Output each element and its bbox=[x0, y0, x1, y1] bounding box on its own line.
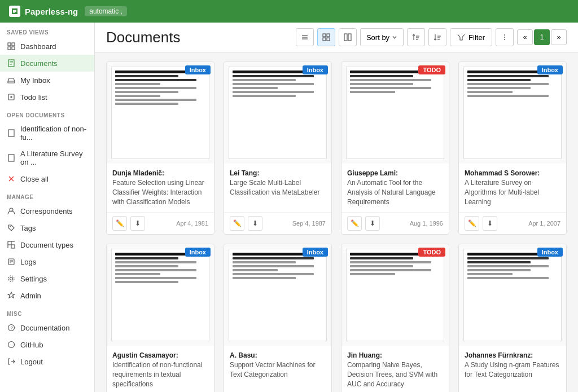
doc-footer: ✏️ ⬇ Apr 4, 1981 bbox=[107, 212, 214, 234]
doc-info: Agustin Casamayor: Identification of non… bbox=[107, 346, 214, 392]
svg-point-26 bbox=[10, 278, 13, 280]
app-name: Paperless-ng bbox=[25, 7, 78, 16]
inbox-icon bbox=[7, 76, 16, 85]
svg-rect-19 bbox=[11, 245, 15, 248]
sidebar-item-literature[interactable]: A Literature Survey on ... bbox=[0, 146, 94, 170]
svg-rect-40 bbox=[348, 34, 351, 41]
doc-actions: ✏️ ⬇ bbox=[347, 216, 380, 231]
sidebar-item-tags[interactable]: Tags bbox=[0, 219, 94, 236]
document-types-icon bbox=[7, 240, 16, 249]
admin-label: Admin bbox=[20, 292, 41, 300]
doc-title: Large Scale Multi-Label Classification v… bbox=[230, 178, 326, 197]
doc-download-button[interactable]: ⬇ bbox=[248, 216, 262, 231]
sort-asc-button[interactable] bbox=[407, 28, 425, 46]
sidebar-item-admin[interactable]: Admin bbox=[0, 287, 94, 304]
logs-label: Logs bbox=[20, 258, 36, 266]
doc-date: Sep 4, 1987 bbox=[292, 220, 326, 227]
sidebar-item-close-all[interactable]: Close all bbox=[0, 170, 94, 187]
doc-info: Dunja Mladenič: Feature Selection using … bbox=[107, 164, 214, 212]
current-page-button[interactable]: 1 bbox=[534, 29, 550, 45]
grid-view-button[interactable] bbox=[317, 28, 335, 46]
close-all-label: Close all bbox=[20, 175, 49, 183]
filter-button[interactable]: Filter bbox=[450, 28, 492, 46]
open-documents-label: OPEN DOCUMENTS bbox=[0, 105, 94, 121]
svg-point-27 bbox=[8, 276, 14, 281]
doc-author: A. Basu: bbox=[230, 351, 326, 359]
detail-view-button[interactable] bbox=[339, 28, 357, 46]
document-card[interactable]: Inbox Dunja Mladenič: Feature Selection … bbox=[106, 61, 214, 235]
settings-label: Settings bbox=[20, 275, 47, 283]
page-title: Documents bbox=[106, 29, 181, 46]
doc-badge: Inbox bbox=[537, 248, 563, 257]
doc-edit-button[interactable]: ✏️ bbox=[465, 216, 479, 231]
sidebar-item-todo[interactable]: Todo list bbox=[0, 89, 94, 105]
sidebar-item-github[interactable]: GitHub bbox=[0, 336, 94, 353]
prev-page-button[interactable]: « bbox=[517, 29, 533, 45]
sidebar-item-logout[interactable]: Logout bbox=[0, 353, 94, 370]
doc-edit-button[interactable]: ✏️ bbox=[112, 216, 127, 231]
sidebar-item-dashboard[interactable]: Dashboard bbox=[0, 38, 94, 55]
sidebar-item-identification[interactable]: Identification of non-fu... bbox=[0, 121, 94, 146]
svg-point-30 bbox=[8, 342, 15, 348]
list-view-button[interactable] bbox=[296, 28, 314, 46]
doc-edit-button[interactable]: ✏️ bbox=[230, 216, 244, 231]
doc-info: Mohammad S Sorower: A Literature Survey … bbox=[459, 164, 566, 212]
sidebar-item-correspondents[interactable]: Correspondents bbox=[0, 202, 94, 219]
doc-author: Giuseppe Lami: bbox=[347, 169, 443, 177]
doc-badge: Inbox bbox=[303, 248, 328, 257]
svg-rect-13 bbox=[8, 155, 14, 161]
doc-title: A Literature Survey on Algorithms for Mu… bbox=[465, 178, 561, 206]
inbox-label: My Inbox bbox=[20, 76, 50, 85]
document-card[interactable]: Inbox Johannes Fürnkranz: A Study Using … bbox=[458, 244, 567, 392]
sidebar-item-logs[interactable]: Logs bbox=[0, 253, 94, 270]
doc-preview: Inbox bbox=[107, 62, 214, 164]
svg-rect-37 bbox=[323, 38, 326, 41]
todo-icon bbox=[7, 93, 16, 102]
sort-button[interactable]: Sort by bbox=[360, 28, 404, 46]
doc-download-button[interactable]: ⬇ bbox=[483, 216, 497, 231]
document-card[interactable]: TODO Giuseppe Lami: An Automatic Tool fo… bbox=[341, 61, 449, 235]
logs-icon bbox=[7, 257, 16, 266]
sidebar-item-documentation[interactable]: ? Documentation bbox=[0, 319, 94, 336]
doc-download-button[interactable]: ⬇ bbox=[365, 216, 380, 231]
document-card[interactable]: TODO Jin Huang: Comparing Naive Bayes, D… bbox=[341, 244, 449, 392]
doc-preview: TODO bbox=[341, 62, 449, 164]
doc-download-button[interactable]: ⬇ bbox=[130, 216, 145, 231]
misc-label: MISC bbox=[0, 304, 94, 319]
doc-author: Agustin Casamayor: bbox=[112, 351, 208, 359]
doc-badge: Inbox bbox=[303, 65, 328, 74]
sidebar-item-documents[interactable]: Documents bbox=[0, 55, 94, 72]
sidebar-item-document-types[interactable]: Document types bbox=[0, 236, 94, 253]
open-doc-icon-1 bbox=[7, 129, 16, 138]
doc-edit-button[interactable]: ✏️ bbox=[347, 216, 362, 231]
sort-desc-button[interactable] bbox=[428, 28, 446, 46]
doc-badge: Inbox bbox=[185, 248, 211, 257]
main-content: Documents Sort by bbox=[95, 23, 578, 392]
identification-label: Identification of non-fu... bbox=[20, 125, 87, 142]
logo-icon bbox=[9, 6, 20, 17]
correspondents-icon bbox=[7, 206, 16, 215]
doc-author: Jin Huang: bbox=[347, 351, 443, 359]
open-doc-icon-2 bbox=[7, 153, 16, 162]
next-page-button[interactable]: » bbox=[551, 29, 567, 45]
sidebar-item-settings[interactable]: Settings bbox=[0, 270, 94, 287]
document-card[interactable]: Inbox Agustin Casamayor: Identification … bbox=[106, 244, 214, 392]
document-card[interactable]: Inbox Lei Tang: Large Scale Multi-Label … bbox=[224, 61, 332, 235]
document-card[interactable]: Inbox A. Basu: Support Vector Machines f… bbox=[224, 244, 332, 392]
document-card[interactable]: Inbox Mohammad S Sorower: A Literature S… bbox=[458, 61, 567, 235]
doc-date: Apr 1, 2007 bbox=[528, 220, 561, 227]
sidebar-item-inbox[interactable]: My Inbox bbox=[0, 72, 94, 89]
doc-author: Johannes Fürnkranz: bbox=[465, 351, 561, 359]
github-icon bbox=[7, 340, 16, 349]
doc-author: Lei Tang: bbox=[230, 169, 326, 177]
doc-title: Comparing Naive Bayes, Decision Trees, a… bbox=[347, 360, 443, 389]
tags-label: Tags bbox=[20, 224, 36, 232]
doc-badge: Inbox bbox=[537, 65, 563, 74]
filter-more-button[interactable] bbox=[496, 28, 514, 46]
svg-point-51 bbox=[504, 39, 505, 40]
svg-point-50 bbox=[504, 37, 505, 38]
sidebar: SAVED VIEWS Dashboard Documents My Inbox… bbox=[0, 23, 95, 392]
app-logo: Paperless-ng bbox=[9, 6, 78, 17]
svg-text:?: ? bbox=[11, 325, 14, 331]
doc-footer: ✏️ ⬇ Sep 4, 1987 bbox=[224, 212, 331, 234]
